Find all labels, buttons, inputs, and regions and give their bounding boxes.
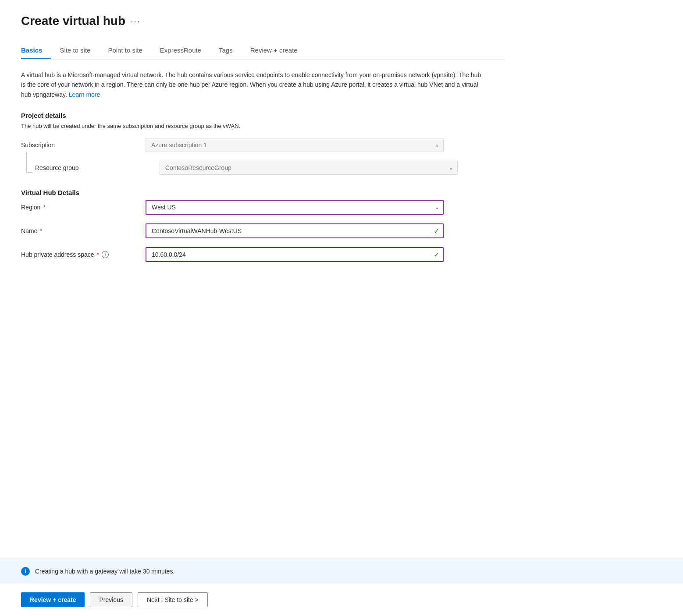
tab-site-to-site[interactable]: Site to site — [51, 42, 99, 59]
resource-group-control: ContosoResourceGroup ⌄ — [160, 161, 458, 175]
previous-button: Previous — [90, 592, 132, 607]
subscription-label: Subscription — [21, 142, 135, 149]
address-space-control: ✓ — [146, 247, 444, 262]
tab-bar: Basics Site to site Point to site Expres… — [21, 42, 505, 60]
page-title-row: Create virtual hub ··· — [21, 14, 505, 28]
address-space-row: Hub private address space * i ✓ — [21, 247, 505, 262]
tab-point-to-site[interactable]: Point to site — [99, 42, 151, 59]
address-space-label: Hub private address space * i — [21, 251, 135, 258]
subscription-select-wrapper: Azure subscription 1 ⌄ — [146, 138, 444, 152]
name-input[interactable] — [146, 223, 444, 238]
region-control: West US ⌄ — [146, 200, 444, 215]
region-row: Region * West US ⌄ — [21, 200, 505, 215]
tab-tags[interactable]: Tags — [210, 42, 242, 59]
subscription-control: Azure subscription 1 ⌄ — [146, 138, 444, 152]
project-details-header: Project details — [21, 112, 505, 119]
more-options-icon[interactable]: ··· — [131, 16, 141, 26]
project-details-sub: The hub will be created under the same s… — [21, 123, 505, 129]
address-space-input[interactable] — [146, 247, 444, 262]
page-wrapper: Create virtual hub ··· Basics Site to si… — [0, 0, 683, 616]
name-label: Name * — [21, 227, 135, 234]
name-required: * — [40, 227, 42, 234]
virtual-hub-details-section: Virtual Hub Details Region * West US ⌄ — [21, 189, 505, 262]
bottom-bar: i Creating a hub with a gateway will tak… — [0, 559, 683, 616]
tab-basics[interactable]: Basics — [21, 42, 51, 59]
virtual-hub-details-header: Virtual Hub Details — [21, 189, 505, 196]
region-label: Region * — [21, 204, 135, 211]
name-row: Name * ✓ — [21, 223, 505, 238]
tab-review-create[interactable]: Review + create — [242, 42, 306, 59]
description-text: A virtual hub is a Microsoft-managed vir… — [21, 70, 486, 99]
region-select[interactable]: West US — [146, 200, 444, 215]
name-control: ✓ — [146, 223, 444, 238]
resource-group-select-wrapper: ContosoResourceGroup ⌄ — [160, 161, 458, 175]
tab-expressroute[interactable]: ExpressRoute — [151, 42, 210, 59]
address-space-info-icon: i — [102, 251, 109, 258]
region-required: * — [43, 204, 45, 211]
learn-more-link[interactable]: Learn more — [69, 91, 100, 98]
resource-group-row: Resource group ContosoResourceGroup ⌄ — [21, 161, 505, 175]
review-create-button[interactable]: Review + create — [21, 592, 85, 607]
address-space-input-wrapper: ✓ — [146, 247, 444, 262]
info-banner-text: Creating a hub with a gateway will take … — [35, 568, 174, 575]
info-banner: i Creating a hub with a gateway will tak… — [0, 559, 683, 584]
next-button[interactable]: Next : Site to site > — [138, 592, 208, 607]
action-bar: Review + create Previous Next : Site to … — [0, 584, 683, 616]
main-content: Create virtual hub ··· Basics Site to si… — [0, 0, 526, 559]
info-banner-icon: i — [21, 567, 30, 576]
name-check-icon: ✓ — [434, 227, 439, 235]
project-details-section: Project details The hub will be created … — [21, 112, 505, 175]
address-space-check-icon: ✓ — [434, 251, 439, 259]
subscription-select: Azure subscription 1 — [146, 138, 444, 152]
address-space-required: * — [97, 251, 99, 258]
region-dropdown[interactable]: West US ⌄ — [146, 200, 444, 215]
subscription-row: Subscription Azure subscription 1 ⌄ — [21, 138, 505, 152]
resource-group-select: ContosoResourceGroup — [160, 161, 458, 175]
name-input-wrapper: ✓ — [146, 223, 444, 238]
resource-group-label: Resource group — [35, 164, 149, 171]
page-title: Create virtual hub — [21, 14, 125, 28]
